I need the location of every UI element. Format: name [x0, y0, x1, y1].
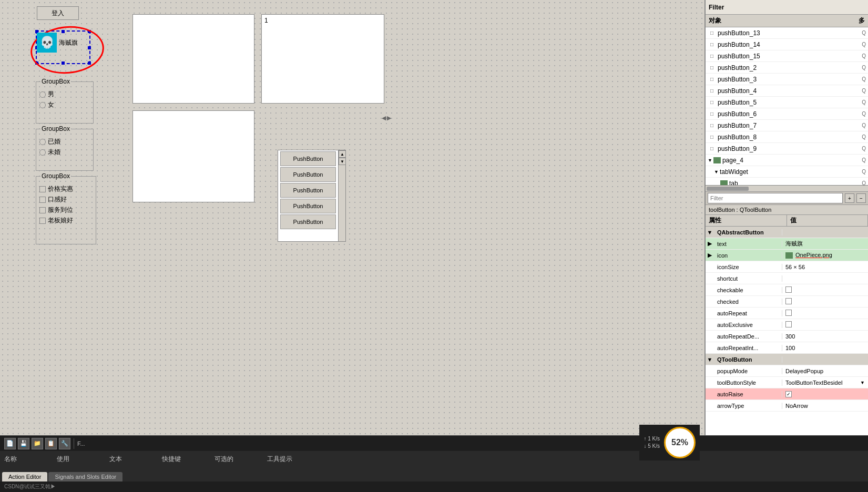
- speed-text: ↑ 1 K/s ↓ 5 K/s: [644, 435, 660, 450]
- scroll-down-btn[interactable]: ▼: [339, 158, 346, 165]
- tree-item-pb15[interactable]: □ pushButton_15 Q: [706, 50, 868, 62]
- checkable-checkbox[interactable]: [785, 286, 792, 293]
- pb-icon: □: [708, 64, 716, 72]
- cb-taste[interactable]: 口感好: [39, 195, 93, 204]
- props-table[interactable]: ▼ QAbstractButton ▶ text 海贼旗 ▶ icon OneP…: [706, 227, 868, 435]
- pushbutton-5[interactable]: PushButton: [280, 214, 336, 229]
- h-scrollbar[interactable]: [706, 185, 868, 191]
- footer-text: CSDN@试试三又戟▶: [4, 483, 56, 490]
- pushbutton-3[interactable]: PushButton: [280, 183, 336, 198]
- tree-item-pb7[interactable]: □ pushButton_7 Q: [706, 120, 868, 131]
- col-name: 名称: [4, 455, 46, 464]
- minus-prop-btn[interactable]: −: [856, 193, 866, 203]
- expand-tabwidget: ▼: [714, 169, 719, 175]
- right-panel: Filter 对象 多 □ pushButton_13 Q □ pushButt…: [705, 0, 868, 435]
- filter-bar2: + −: [706, 191, 868, 205]
- groupbox-gender: GroupBox 男 女: [36, 81, 94, 124]
- checked-checkbox[interactable]: [785, 298, 792, 304]
- type-label: toolButton : QToolButton: [706, 205, 868, 215]
- add-prop-btn[interactable]: +: [845, 193, 854, 203]
- pb-icon: □: [708, 133, 716, 141]
- pb-icon: □: [708, 29, 716, 37]
- cb-service[interactable]: 服务到位: [39, 206, 93, 214]
- tree-item-pb3[interactable]: □ pushButton_3 Q: [706, 74, 868, 85]
- text-edit-1[interactable]: [132, 14, 254, 104]
- groupbox-preferences-label: GroupBox: [40, 172, 71, 180]
- col-text: 文本: [109, 455, 151, 464]
- prop-autorepeatinterval[interactable]: autoRepeatInt... 100: [706, 342, 868, 354]
- tree-item-pb5[interactable]: □ pushButton_5 Q: [706, 97, 868, 108]
- pushbutton-scrollbar[interactable]: ▲ ▼: [338, 150, 345, 241]
- handle-bm[interactable]: [62, 62, 65, 65]
- prop-autorepeat[interactable]: autoRepeat: [706, 308, 868, 319]
- prop-autoraise[interactable]: autoRaise: [706, 388, 868, 400]
- prop-icon[interactable]: ▶ icon OnePiece.png: [706, 250, 868, 261]
- groupbox-marital: GroupBox 已婚 未婚: [36, 129, 94, 171]
- bottom-toolbar: 📄 💾 📁 📋 🔧 F...: [0, 435, 868, 451]
- text-edit-2[interactable]: [132, 110, 254, 202]
- pb-icon: □: [708, 75, 716, 84]
- toolbar-open-icon[interactable]: 📄: [4, 438, 16, 449]
- tree-item-pb6[interactable]: □ pushButton_6 Q: [706, 108, 868, 120]
- tree-item-pb9[interactable]: □ pushButton_9 Q: [706, 143, 868, 155]
- tree-item-pb4[interactable]: □ pushButton_4 Q: [706, 85, 868, 97]
- handle-bl[interactable]: [35, 62, 38, 65]
- prop-arrowtype[interactable]: arrowType NoArrow: [706, 400, 868, 412]
- spin-value: 1: [264, 17, 268, 24]
- tool-button-widget[interactable]: 💀 海贼旗: [37, 33, 78, 53]
- toolbar-folder-icon[interactable]: 📁: [32, 438, 43, 449]
- tab-signals-slots[interactable]: Signals and Slots Editor: [48, 472, 122, 481]
- radio-female[interactable]: 女: [39, 100, 90, 109]
- handle-br[interactable]: [88, 62, 91, 65]
- pushbutton-2[interactable]: PushButton: [280, 167, 336, 182]
- radio-male[interactable]: 男: [39, 90, 90, 99]
- prop-checkable[interactable]: checkable: [706, 284, 868, 296]
- login-button[interactable]: 登入: [37, 6, 79, 20]
- prop-autoexclusive[interactable]: autoExclusive: [706, 319, 868, 331]
- autoraise-checkbox[interactable]: [785, 391, 792, 397]
- tree-item-pb2[interactable]: □ pushButton_2 Q: [706, 62, 868, 74]
- prop-autorepeatdelay[interactable]: autoRepeatDe... 300: [706, 331, 868, 342]
- section-qabstractbutton: ▼ QAbstractButton: [706, 227, 868, 238]
- scroll-up-btn[interactable]: ▲: [339, 150, 346, 158]
- tab-action-editor[interactable]: Action Editor: [2, 472, 47, 481]
- pushbutton-1[interactable]: PushButton: [280, 151, 336, 166]
- tree-item-pb8[interactable]: □ pushButton_8 Q: [706, 131, 868, 143]
- pb-icon: □: [708, 40, 716, 49]
- tree-item-tab[interactable]: tab Q: [706, 178, 868, 185]
- tree-item-page4[interactable]: ▼ page_4 Q: [706, 155, 868, 166]
- pushbutton-4[interactable]: PushButton: [280, 199, 336, 213]
- prop-popupmode[interactable]: popupMode DelayedPopup: [706, 365, 868, 377]
- spin-box[interactable]: 1: [261, 14, 384, 104]
- tree-item-tabwidget[interactable]: ▼ tabWidget Q: [706, 166, 868, 178]
- tree-item-pb14[interactable]: □ pushButton_14 Q: [706, 39, 868, 50]
- footer: CSDN@试试三又戟▶: [0, 481, 868, 492]
- pb-icon: □: [708, 145, 716, 153]
- cb-price[interactable]: 价格实惠: [39, 184, 93, 193]
- push-button-list: PushButton PushButton PushButton PushBut…: [278, 150, 346, 242]
- radio-single[interactable]: 未婚: [39, 148, 90, 157]
- handle-mr[interactable]: [88, 46, 91, 49]
- h-scroll-thumb[interactable]: [707, 187, 749, 191]
- toolbar-settings-icon[interactable]: 🔧: [59, 438, 70, 449]
- cb-boss[interactable]: 老板娘好: [39, 216, 93, 225]
- prop-iconsize[interactable]: iconSize 56 × 56: [706, 261, 868, 273]
- pb-icon: □: [708, 98, 716, 107]
- object-tree[interactable]: □ pushButton_13 Q □ pushButton_14 Q □ pu…: [706, 27, 868, 185]
- gauge-circle: 52%: [664, 427, 696, 458]
- autorepeat-checkbox[interactable]: [785, 310, 792, 316]
- toolbar-save-icon[interactable]: 💾: [18, 438, 29, 449]
- prop-shortcut[interactable]: shortcut: [706, 273, 868, 284]
- tree-item-pb13[interactable]: □ pushButton_13 Q: [706, 27, 868, 39]
- skull-icon: 💀: [37, 33, 57, 53]
- autoexclusive-checkbox[interactable]: [785, 321, 792, 327]
- handle-tr[interactable]: [88, 30, 91, 33]
- prop-checked[interactable]: checked: [706, 296, 868, 308]
- groupbox-gender-label: GroupBox: [40, 78, 71, 85]
- props-filter-input[interactable]: [708, 193, 843, 203]
- toolbar-file-icon[interactable]: 📋: [45, 438, 57, 449]
- tool-button-label: 海贼旗: [59, 38, 78, 47]
- prop-toolbuttonstyle[interactable]: toolButtonStyle ToolButtonTextBesideI ▼: [706, 377, 868, 388]
- radio-married[interactable]: 已婚: [39, 137, 90, 146]
- prop-text[interactable]: ▶ text 海贼旗: [706, 238, 868, 250]
